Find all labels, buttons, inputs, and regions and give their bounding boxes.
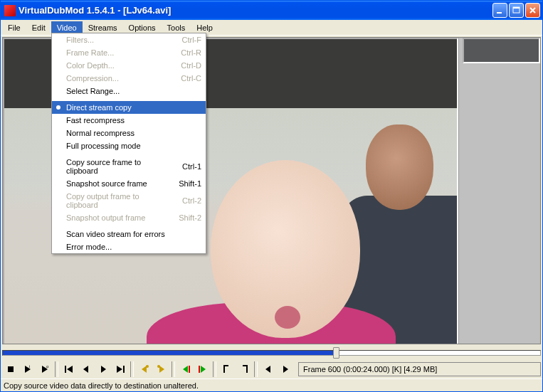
menu-item-snapshot-output-frame: Snapshot output frameShift-2 bbox=[52, 211, 206, 224]
toolbar-separator bbox=[213, 361, 216, 377]
menu-item-fast-recompress[interactable]: Fast recompress bbox=[52, 114, 206, 127]
mark-in-icon bbox=[221, 364, 233, 375]
menu-item-frame-rate: Frame Rate...Ctrl-R bbox=[52, 46, 206, 59]
seek-thumb[interactable] bbox=[333, 347, 339, 359]
output-video-panel[interactable] bbox=[463, 38, 540, 63]
menu-item-label: Filters... bbox=[66, 36, 169, 44]
app-icon bbox=[4, 5, 16, 16]
menu-edit[interactable]: Edit bbox=[26, 21, 51, 34]
mark-in-button[interactable] bbox=[218, 361, 235, 377]
menu-item-label: Snapshot source frame bbox=[66, 179, 166, 188]
menu-item-label: Select Range... bbox=[66, 87, 201, 95]
menu-item-shortcut: Shift-1 bbox=[179, 179, 201, 188]
svg-text:i: i bbox=[29, 364, 30, 369]
status-bar: Copy source video data directly to desti… bbox=[1, 378, 542, 391]
menu-item-select-range[interactable]: Select Range... bbox=[52, 85, 206, 97]
prev-key-icon bbox=[139, 364, 150, 375]
next-drop-button[interactable] bbox=[277, 361, 293, 377]
prev-key-button[interactable] bbox=[136, 361, 152, 377]
toolbar-separator bbox=[254, 361, 258, 377]
next-key-icon bbox=[156, 364, 167, 375]
prev-scene-button[interactable] bbox=[177, 361, 194, 377]
svg-text:o: o bbox=[46, 364, 49, 369]
go-start-button[interactable] bbox=[60, 361, 77, 377]
menu-item-shortcut: Ctrl-2 bbox=[182, 196, 201, 205]
menu-item-error-mode[interactable]: Error mode... bbox=[52, 240, 206, 253]
menu-item-shortcut: Ctrl-1 bbox=[182, 162, 201, 171]
next-frame-icon bbox=[97, 364, 109, 375]
svg-marker-21 bbox=[201, 366, 206, 373]
menu-item-normal-recompress[interactable]: Normal recompress bbox=[52, 127, 206, 139]
menu-separator bbox=[53, 154, 205, 154]
menu-item-direct-stream-copy[interactable]: Direct stream copy bbox=[52, 101, 206, 114]
menu-item-label: Snapshot output frame bbox=[66, 213, 166, 222]
go-end-icon bbox=[115, 364, 126, 375]
next-frame-button[interactable] bbox=[95, 361, 111, 377]
menu-item-copy-source-frame-to-clipboard[interactable]: Copy source frame to clipboardCtrl-1 bbox=[52, 156, 206, 177]
play-input-icon: i bbox=[22, 364, 33, 375]
prev-drop-icon bbox=[263, 364, 274, 375]
menu-item-label: Copy source frame to clipboard bbox=[66, 158, 169, 175]
maximize-button[interactable] bbox=[509, 3, 524, 18]
go-end-button[interactable] bbox=[112, 361, 128, 377]
seek-bar[interactable] bbox=[2, 347, 541, 359]
next-scene-icon bbox=[197, 364, 209, 375]
menu-item-label: Copy output frame to clipboard bbox=[66, 192, 169, 209]
menu-file[interactable]: File bbox=[2, 21, 26, 34]
menu-item-label: Normal recompress bbox=[66, 129, 201, 137]
frame-info: Frame 600 (0:00:24.000) [K] [4.29 MB] bbox=[298, 362, 541, 376]
seek-fill bbox=[3, 351, 337, 355]
svg-rect-8 bbox=[65, 366, 66, 373]
menu-item-shortcut: Ctrl-F bbox=[182, 36, 202, 44]
menu-item-scan-video-stream-for-errors[interactable]: Scan video stream for errors bbox=[52, 228, 206, 240]
svg-marker-14 bbox=[142, 366, 147, 373]
stop-icon bbox=[5, 364, 16, 375]
play-input-button[interactable]: i bbox=[19, 361, 36, 377]
svg-marker-16 bbox=[159, 366, 164, 373]
svg-marker-9 bbox=[67, 366, 73, 373]
menu-item-label: Color Depth... bbox=[66, 61, 168, 70]
menu-item-shortcut: Shift-2 bbox=[179, 213, 201, 222]
next-scene-button[interactable] bbox=[194, 361, 211, 377]
play-output-icon: o bbox=[39, 364, 51, 375]
svg-marker-10 bbox=[83, 366, 88, 373]
stop-button[interactable] bbox=[2, 361, 19, 377]
bullet-icon bbox=[56, 105, 60, 110]
menu-item-label: Frame Rate... bbox=[66, 48, 168, 57]
svg-rect-2 bbox=[513, 7, 520, 9]
prev-frame-icon bbox=[80, 364, 92, 375]
toolbar-separator bbox=[130, 361, 134, 377]
menu-item-label: Fast recompress bbox=[66, 116, 201, 125]
video-menu-dropdown: Filters...Ctrl-FFrame Rate...Ctrl-RColor… bbox=[51, 33, 206, 254]
svg-marker-23 bbox=[283, 366, 288, 373]
mark-out-button[interactable] bbox=[236, 361, 252, 377]
svg-rect-3 bbox=[8, 366, 14, 372]
prev-frame-button[interactable] bbox=[78, 361, 94, 377]
svg-marker-18 bbox=[183, 366, 188, 373]
close-button[interactable] bbox=[525, 3, 540, 18]
next-drop-icon bbox=[280, 364, 291, 375]
menu-item-shortcut: Ctrl-C bbox=[181, 74, 201, 83]
menu-item-full-processing-mode[interactable]: Full processing mode bbox=[52, 139, 206, 152]
next-key-button[interactable] bbox=[153, 361, 169, 377]
menu-separator bbox=[53, 99, 205, 100]
menu-item-label: Error mode... bbox=[66, 243, 201, 251]
menu-item-label: Direct stream copy bbox=[66, 103, 201, 112]
svg-marker-12 bbox=[117, 366, 122, 373]
play-output-button[interactable]: o bbox=[36, 361, 53, 377]
svg-point-17 bbox=[157, 365, 160, 368]
window-title: VirtualDubMod 1.5.4.1 - [LJv64.avi] bbox=[19, 5, 492, 16]
svg-point-15 bbox=[146, 365, 149, 368]
prev-scene-icon bbox=[180, 364, 191, 375]
svg-rect-13 bbox=[123, 366, 125, 373]
menu-item-label: Full processing mode bbox=[66, 142, 201, 150]
menu-item-shortcut: Ctrl-R bbox=[181, 48, 201, 57]
svg-rect-19 bbox=[189, 366, 190, 373]
svg-rect-20 bbox=[199, 366, 200, 373]
menu-item-snapshot-source-frame[interactable]: Snapshot source frameShift-1 bbox=[52, 177, 206, 190]
menu-separator bbox=[53, 226, 205, 226]
title-bar: VirtualDubMod 1.5.4.1 - [LJv64.avi] bbox=[1, 1, 542, 20]
minimize-button[interactable] bbox=[492, 3, 507, 18]
prev-drop-button[interactable] bbox=[260, 361, 276, 377]
menu-item-filters: Filters...Ctrl-F bbox=[52, 33, 206, 46]
